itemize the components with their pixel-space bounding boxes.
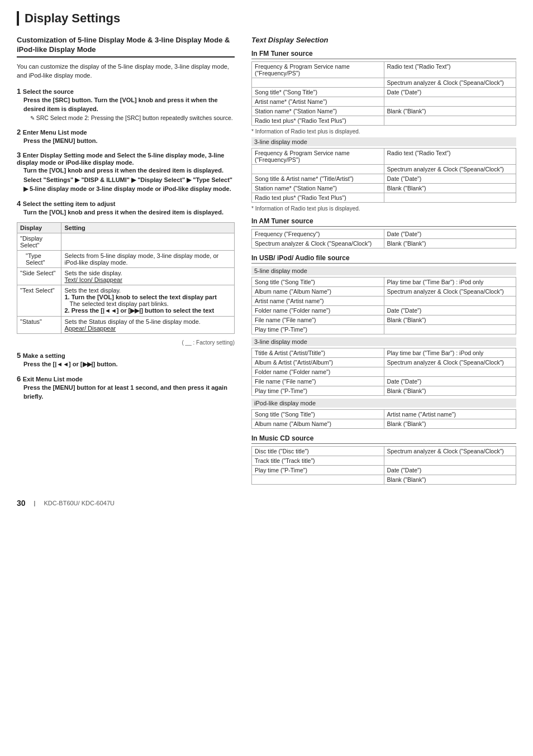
step-1: 1 Select the source Press the [SRC] butt…: [17, 87, 235, 122]
table-cell: "Status": [17, 317, 61, 334]
table-cell: [252, 165, 384, 174]
intro-text: You can customize the display of the 5-l…: [17, 62, 235, 80]
right-column: Text Display Selection In FM Tuner sourc…: [251, 36, 516, 487]
step-3-body: Turn the [VOL] knob and press it when th…: [23, 166, 235, 194]
table-cell: Spectrum analyzer & Clock ("Speana/Clock…: [252, 239, 384, 248]
table-cell: Folder name ("Folder name"): [252, 367, 384, 377]
table-cell: Radio text ("Radio Text"): [384, 62, 516, 78]
table-cell: Blank ("Blank"): [384, 107, 516, 116]
ipod-like-label: iPod-like display mode: [251, 399, 516, 408]
table-row: Frequency ("Frequency") Date ("Date"): [252, 229, 516, 239]
table-cell: Spectrum analyzer & Clock ("Speana/Clock…: [384, 165, 516, 174]
table-cell: Blank ("Blank"): [384, 239, 516, 248]
table-cell: Ttitle & Artist ("Artist/Ttitle"): [252, 348, 384, 358]
table-cell: [384, 116, 516, 126]
table-col1-header: Display: [17, 223, 61, 233]
table-row: Ttitle & Artist ("Artist/Ttitle") Play t…: [252, 348, 516, 358]
table-cell: Song title & Artist name* ("Title/Artist…: [252, 174, 384, 184]
table-row: Blank ("Blank"): [252, 475, 516, 485]
step-6-body: Press the [MENU] button for at least 1 s…: [23, 383, 235, 401]
step-5-title: Make a setting: [23, 352, 65, 359]
table-row: Play time ("P-Time"): [252, 325, 516, 334]
fm3-asterisk-note: * Information of Radio text plus is disp…: [251, 205, 516, 212]
table-cell: "Display Select": [17, 233, 61, 251]
table-row: Song title ("Song Title") Artist name ("…: [252, 410, 516, 419]
table-cell: [384, 325, 516, 334]
fm-asterisk-note: * Information of Radio text plus is disp…: [251, 128, 516, 135]
table-cell: Album & Artist ("Artist/Album"): [252, 358, 384, 367]
table-cell: File name ("File name"): [252, 315, 384, 325]
table-cell: Album name ("Album Name"): [252, 287, 384, 296]
step-2: 2 Enter Menu List mode Press the [MENU] …: [17, 128, 235, 146]
step-3-title: Enter Display Setting mode and Select th…: [17, 152, 225, 166]
music-cd-table: Disc title ("Disc title") Spectrum analy…: [251, 446, 516, 485]
table-cell: Blank ("Blank"): [384, 419, 516, 429]
table-row: Track title ("Track title"): [252, 456, 516, 466]
table-row: Station name* ("Station Name") Blank ("B…: [252, 184, 516, 193]
table-cell: Frequency ("Frequency"): [252, 229, 384, 239]
usb-3line-table: Ttitle & Artist ("Artist/Ttitle") Play t…: [251, 348, 516, 396]
step-5-body: Press the [|◄◄] or [▶▶|] button.: [23, 360, 235, 369]
table-cell: Date ("Date"): [384, 377, 516, 386]
table-row: Album & Artist ("Artist/Album") Spectrum…: [252, 358, 516, 367]
table-cell: Artist name ("Artist name"): [252, 296, 384, 306]
table-row: Radio text plus* ("Radio Text Plus"): [252, 116, 516, 126]
step-1-title: Select the source: [23, 88, 74, 95]
usb-ipod-header: In USB/ iPod/ Audio file source: [251, 254, 516, 264]
factory-note: ( __ : Factory setting): [17, 339, 235, 346]
table-cell: Blank ("Blank"): [384, 315, 516, 325]
page-number: 30: [17, 499, 26, 508]
table-cell: Date ("Date"): [384, 174, 516, 184]
step-6-num: 6: [17, 375, 23, 383]
table-cell: Spectrum analyzer & Clock ("Speana/Clock…: [384, 447, 516, 456]
fm-3line-table: Frequency & Program Service name ("Frequ…: [251, 148, 516, 203]
table-cell: "Side Select": [17, 268, 61, 285]
table-col2-header: Setting: [61, 223, 235, 233]
table-cell: Sets the Status display of the 5-line di…: [61, 317, 235, 334]
table-row: Disc title ("Disc title") Spectrum analy…: [252, 447, 516, 456]
step-3: 3 Enter Display Setting mode and Select …: [17, 151, 235, 194]
table-cell: Song title ("Song Title"): [252, 410, 384, 419]
table-row: "Display Select": [17, 233, 235, 251]
table-cell: [384, 296, 516, 306]
fm-5line-table: Frequency & Program Service name ("Frequ…: [251, 61, 516, 126]
table-cell: Disc title ("Disc title"): [252, 447, 384, 456]
settings-table: Display Setting "Display Select" "Type S…: [17, 222, 235, 334]
music-cd-header: In Music CD source: [251, 434, 516, 444]
table-row: Frequency & Program Service name ("Frequ…: [252, 149, 516, 165]
step-1-num: 1: [17, 87, 23, 95]
table-cell: [252, 78, 384, 88]
table-row: "Type Select" Selects from 5-line displa…: [17, 251, 235, 268]
table-row: Artist name ("Artist name"): [252, 296, 516, 306]
table-row: Station name* ("Station Name") Blank ("B…: [252, 107, 516, 116]
table-cell: Radio text plus* ("Radio Text Plus"): [252, 193, 384, 203]
fm-3line-label: 3-line display mode: [251, 137, 516, 146]
table-cell: Station name* ("Station Name"): [252, 107, 384, 116]
table-cell: [252, 475, 384, 485]
table-cell: Date ("Date"): [384, 229, 516, 239]
table-cell: [384, 97, 516, 107]
step-4: 4 Select the setting item to adjust Turn…: [17, 199, 235, 217]
fm-tuner-header: In FM Tuner source: [251, 50, 516, 59]
table-row: Folder name ("Folder name"): [252, 367, 516, 377]
table-cell: Sets the text display. 1. Turn the [VOL]…: [61, 285, 235, 317]
table-cell: Frequency & Program Service name ("Frequ…: [252, 149, 384, 165]
table-cell: Radio text plus* ("Radio Text Plus"): [252, 116, 384, 126]
table-cell: Date ("Date"): [384, 88, 516, 97]
table-cell: Blank ("Blank"): [384, 386, 516, 396]
usb-5line-table: Song title ("Song Title") Play time bar …: [251, 277, 516, 334]
step-1-body: Press the [SRC] button. Turn the [VOL] k…: [23, 95, 235, 122]
table-cell: Artist name* ("Artist Name"): [252, 97, 384, 107]
page-separator: |: [34, 500, 36, 506]
table-cell: Play time bar ("Time Bar") : iPod only: [384, 277, 516, 287]
table-row: "Text Select" Sets the text display. 1. …: [17, 285, 235, 317]
step-5-num: 5: [17, 351, 23, 360]
table-cell: Play time bar ("Time Bar") : iPod only: [384, 348, 516, 358]
table-row: Song title ("Song Title") Play time bar …: [252, 277, 516, 287]
left-section-title: Customization of 5-line Display Mode & 3…: [17, 36, 235, 58]
table-row: "Side Select" Sets the side display.Text…: [17, 268, 235, 285]
table-cell: [384, 193, 516, 203]
table-cell: Date ("Date"): [384, 306, 516, 315]
step-5: 5 Make a setting Press the [|◄◄] or [▶▶|…: [17, 351, 235, 369]
table-cell: Play time ("P-Time"): [252, 325, 384, 334]
